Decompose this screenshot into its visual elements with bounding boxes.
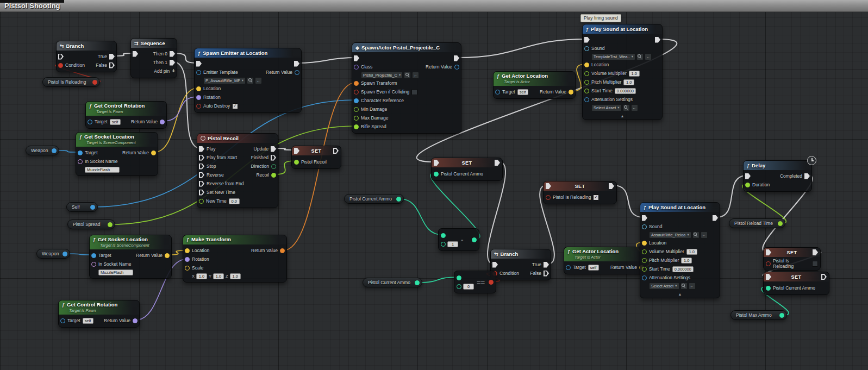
- asset-dropdown[interactable]: AssaultRifle_Reloa▾: [649, 231, 691, 239]
- exec-pin[interactable]: [294, 61, 299, 67]
- exec-pin[interactable]: [454, 55, 459, 61]
- return-value-pin[interactable]: [454, 65, 459, 70]
- exec-pin[interactable]: [333, 148, 339, 154]
- use-selected-asset-icon[interactable]: ←: [412, 72, 419, 79]
- exec-pin[interactable]: [199, 146, 204, 152]
- pistol-recoil-pin[interactable]: [294, 160, 299, 165]
- location-pin[interactable]: [196, 86, 201, 91]
- data-pin[interactable]: [441, 242, 446, 247]
- data-pin[interactable]: [457, 284, 461, 289]
- spawnactor-pistol-projectile[interactable]: ◆SpawnActor Pistol_Projectile_CClassRetu…: [352, 42, 461, 134]
- exec-pin[interactable]: [766, 274, 771, 280]
- magnifier-icon[interactable]: [623, 104, 630, 111]
- pistol-current-ammo-pin[interactable]: [396, 197, 401, 202]
- new-time-field[interactable]: 0.0: [229, 198, 240, 204]
- set-pistol-recoil[interactable]: SETPistol Recoil: [291, 146, 341, 169]
- pistol-is-reloading-checkbox[interactable]: ✓: [593, 195, 599, 200]
- volume-multiplier-field[interactable]: 1.0: [629, 71, 640, 77]
- return-value-pin[interactable]: [280, 248, 285, 253]
- auto-destroy-checkbox[interactable]: ✓: [232, 103, 238, 109]
- value-field[interactable]: MuzzleFlash: [85, 167, 120, 173]
- use-selected-asset-icon[interactable]: ←: [689, 283, 696, 290]
- pill-weapon-2[interactable]: Weapon: [36, 249, 70, 259]
- delay[interactable]: ƒDelayCompletedDuration: [743, 160, 812, 192]
- exec-pin[interactable]: [713, 215, 718, 221]
- volume-multiplier-pin[interactable]: [584, 71, 589, 76]
- value-field[interactable]: 1.0: [196, 273, 207, 279]
- exec-pin[interactable]: [170, 51, 175, 57]
- pistol-reload-time-pin[interactable]: [778, 221, 783, 226]
- exec-pin[interactable]: [196, 61, 202, 67]
- equals-node[interactable]: 0==: [454, 271, 496, 293]
- exec-pin[interactable]: [495, 160, 500, 166]
- return-value-pin[interactable]: [569, 90, 573, 95]
- use-selected-asset-icon[interactable]: ←: [645, 53, 652, 60]
- pill-pistol-current-ammo-1[interactable]: Pistol Current Ammo: [344, 194, 404, 204]
- target-field[interactable]: self: [83, 318, 93, 324]
- exec-pin[interactable]: [655, 37, 660, 43]
- direction-pin[interactable]: [271, 164, 276, 169]
- recoil-pin[interactable]: [271, 173, 276, 178]
- attenuation-settings-pin[interactable]: [584, 97, 589, 102]
- magnifier-icon[interactable]: [692, 231, 700, 239]
- data-pin[interactable]: [472, 237, 477, 242]
- max-damage-pin[interactable]: [354, 116, 359, 121]
- new-time-pin[interactable]: [199, 199, 204, 204]
- branch-2[interactable]: ⇆BranchTrueConditionFalse: [490, 249, 551, 280]
- asset-dropdown[interactable]: Pistol_Projectile_C▾: [361, 72, 403, 79]
- asset-dropdown[interactable]: Select Asset▾: [591, 104, 622, 111]
- return-value-pin[interactable]: [133, 318, 138, 323]
- rotation-pin[interactable]: [196, 95, 201, 100]
- return-value-pin[interactable]: [165, 253, 170, 258]
- exec-pin[interactable]: [199, 155, 204, 161]
- location-pin[interactable]: [584, 62, 589, 67]
- get-socket-location-1[interactable]: ƒGet Socket LocationTarget is SceneCompo…: [76, 132, 158, 176]
- sound-pin[interactable]: [642, 224, 647, 229]
- exec-pin[interactable]: [133, 51, 138, 57]
- asset-dropdown[interactable]: P_AssaultRifle_MF▾: [203, 77, 246, 84]
- pitch-multiplier-field[interactable]: 1.0: [623, 79, 634, 85]
- start-time-pin[interactable]: [642, 267, 647, 272]
- spawn-transform-pin[interactable]: [354, 81, 359, 86]
- exec-pin[interactable]: [492, 262, 498, 268]
- value-field[interactable]: 1.0: [230, 273, 241, 279]
- exec-pin[interactable]: [271, 146, 276, 152]
- emitter-template-pin[interactable]: [196, 70, 201, 75]
- sequence[interactable]: ⇉SequenceThen 0Then 1Add pin+: [130, 38, 177, 78]
- play-sound-at-location-1[interactable]: ƒPlay Sound at LocationSoundTemplateTrst…: [582, 24, 663, 120]
- start-time-field[interactable]: 0.000000: [672, 266, 694, 272]
- set-pistol-current-ammo-2[interactable]: SETPistol Current Ammo: [763, 272, 829, 295]
- in-socket-name-pin[interactable]: [91, 262, 96, 267]
- target-pin[interactable]: [88, 120, 92, 124]
- return-value-pin[interactable]: [295, 70, 299, 75]
- pill-pistol-spread[interactable]: Pistol Spread: [67, 220, 115, 229]
- volume-multiplier-field[interactable]: 1.0: [686, 249, 697, 255]
- pistol-is-reloading-pin[interactable]: [546, 195, 551, 200]
- add-pin-icon[interactable]: +: [172, 68, 175, 74]
- attenuation-settings-pin[interactable]: [642, 275, 647, 280]
- rotation-pin[interactable]: [185, 257, 190, 262]
- asset-dropdown[interactable]: Select Asset▾: [649, 283, 679, 290]
- use-selected-asset-icon[interactable]: ←: [631, 104, 638, 111]
- pistol-max-ammo-pin[interactable]: [779, 313, 784, 318]
- target-pin[interactable]: [91, 253, 96, 258]
- magnifier-icon[interactable]: [680, 283, 688, 290]
- data-pin[interactable]: [489, 280, 494, 285]
- exec-pin[interactable]: [294, 148, 299, 154]
- exec-pin[interactable]: [804, 173, 810, 179]
- start-time-field[interactable]: 0.000000: [615, 88, 636, 94]
- use-selected-asset-icon[interactable]: ←: [701, 231, 708, 239]
- start-time-pin[interactable]: [584, 89, 589, 93]
- class-pin[interactable]: [354, 65, 359, 70]
- magnifier-icon[interactable]: [404, 72, 411, 79]
- character-reference-pin[interactable]: [354, 98, 359, 103]
- pistol-current-ammo-pin[interactable]: [766, 286, 771, 291]
- target-field[interactable]: self: [588, 265, 599, 271]
- exec-pin[interactable]: [609, 183, 614, 189]
- pitch-multiplier-pin[interactable]: [584, 80, 589, 85]
- exec-pin[interactable]: [199, 172, 204, 178]
- exec-pin[interactable]: [544, 271, 549, 277]
- spawn-even-if-colliding-pin[interactable]: [354, 90, 359, 95]
- get-actor-location-2[interactable]: ƒGet Actor LocationTarget is ActorTarget…: [564, 247, 646, 274]
- subtract-node[interactable]: 1-: [438, 228, 479, 251]
